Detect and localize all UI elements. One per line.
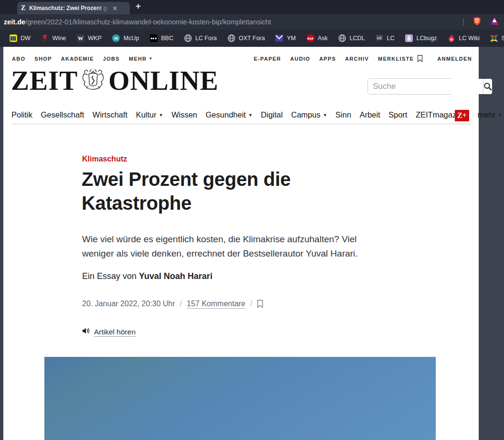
bookmark-label: Ask <box>318 35 328 42</box>
nav-item-wirtschaft[interactable]: Wirtschaft <box>93 110 127 119</box>
bookmark-item-oxt-fora[interactable]: OXT Fora <box>222 34 270 43</box>
chevron-down-icon: ▼ <box>248 113 252 118</box>
bookmark-label: Wine <box>52 35 66 42</box>
utility-nav-mehr[interactable]: MEHR▼ <box>129 56 153 62</box>
bookmark-item-lc-wiki[interactable]: LC Wiki <box>442 34 485 43</box>
chevron-down-icon: ▼ <box>159 113 163 118</box>
bookmark-label: LC Wiki <box>459 35 480 42</box>
bookmark-label: McUp <box>124 35 139 42</box>
chevron-down-icon: ▼ <box>323 113 327 118</box>
svg-text:LC: LC <box>377 36 381 40</box>
brave-shield-icon[interactable] <box>472 17 482 28</box>
logo-online-text: ONLINE <box>108 67 219 94</box>
bookmark-favicon-icon: LC <box>376 34 384 43</box>
bookmark-favicon-icon <box>405 34 413 43</box>
utility-nav-apps[interactable]: APPS <box>319 56 336 62</box>
chevron-down-icon: ▼ <box>149 56 153 61</box>
zplus-badge[interactable]: Z+ <box>455 110 469 121</box>
save-bookmark-icon[interactable] <box>257 300 263 308</box>
bookmark-item-dw[interactable]: DW <box>4 34 36 43</box>
new-tab-button[interactable]: + <box>136 1 141 11</box>
nav-divider <box>12 124 471 124</box>
bookmark-favicon-icon <box>41 34 49 43</box>
bookmark-item-bbc[interactable]: BBC <box>144 34 178 43</box>
bookmark-label: OXT Fora <box>239 35 265 42</box>
audio-player-row: Artikel hören <box>82 327 136 336</box>
bookmark-favicon-icon <box>338 34 346 43</box>
nav-item-politik[interactable]: Politik <box>11 110 32 119</box>
article-headline: Zwei Prozent gegen die Katastrophe <box>82 167 318 215</box>
url-domain: zeit.de <box>4 18 25 26</box>
utility-nav-archiv[interactable]: ARCHIV <box>345 56 369 62</box>
search-icon <box>483 82 492 91</box>
utility-nav-akademie[interactable]: AKADEMIE <box>61 56 94 62</box>
nav-item-mehr[interactable]: mehr▼ <box>477 110 502 119</box>
bookmark-favicon-icon <box>275 34 284 43</box>
article-byline: Ein Essay von Yuval Noah Harari <box>82 271 212 281</box>
search-button[interactable] <box>483 79 492 94</box>
nav-item-sinn[interactable]: Sinn <box>336 110 351 119</box>
article-kicker[interactable]: Klimaschutz <box>82 155 127 163</box>
bookmark-favicon-icon <box>448 34 456 43</box>
article-subtitle: Wie viel würde es eigentlich kosten, die… <box>82 232 371 261</box>
search-input[interactable] <box>368 79 483 94</box>
nav-item-digital[interactable]: Digital <box>261 110 283 119</box>
nav-item-wissen[interactable]: Wissen <box>171 110 197 119</box>
url-text[interactable]: zeit.de/green/2022-01/klimaschutz-klimaw… <box>4 18 271 26</box>
zeit-favicon-icon: Z <box>21 4 25 12</box>
bookmark-favicon-icon <box>227 34 235 43</box>
bookmark-item-wkp[interactable]: W WKP <box>71 34 106 43</box>
utility-nav: ABOSHOPAKADEMIEJOBSMEHR▼ E-PAPERAUDIOAPP… <box>12 55 472 62</box>
utility-nav-shop[interactable]: SHOP <box>34 56 52 62</box>
utility-nav-abo[interactable]: ABO <box>12 56 25 62</box>
url-path: /green/2022-01/klimaschutz-klimawandel-o… <box>25 18 271 26</box>
utility-nav-e-paper[interactable]: E-PAPER <box>254 56 281 62</box>
bookmark-item-lcdl[interactable]: LCDL <box>333 34 370 43</box>
article-meta: 20. Januar 2022, 20:30 Uhr / 157 Komment… <box>82 300 263 308</box>
main-nav: PolitikGesellschaftWirtschaftKultur▼Wiss… <box>11 110 454 119</box>
nav-item-campus[interactable]: Campus▼ <box>291 110 327 119</box>
speaker-icon <box>82 327 90 336</box>
tab-title: Klimaschutz: Zwei Prozent gege <box>29 5 109 11</box>
tab-close-icon[interactable]: ✕ <box>112 5 117 12</box>
nav-item-gesellschaft[interactable]: Gesellschaft <box>41 110 84 119</box>
publish-date: 20. Januar 2022, 20:30 Uhr <box>82 300 175 308</box>
zeit-crest-icon <box>79 68 107 93</box>
zeit-online-logo[interactable]: ZEIT ONLINE <box>11 67 219 94</box>
utility-nav-left: ABOSHOPAKADEMIEJOBSMEHR▼ <box>12 56 162 62</box>
address-bar-divider: | <box>462 18 464 26</box>
utility-nav-audio[interactable]: AUDIO <box>290 56 310 62</box>
bookmark-item-ask[interactable]: Ask Ask <box>301 34 333 43</box>
bookmark-item-lcbugz[interactable]: LCbugz <box>400 34 442 43</box>
bookmark-favicon-icon <box>490 34 498 43</box>
utility-nav-merkliste[interactable]: MERKLISTE <box>378 55 423 62</box>
bookmark-item-lc[interactable]: LC LC <box>370 34 400 43</box>
bookmark-favicon-icon: Ask <box>306 34 315 43</box>
nav-item-gesundheit[interactable]: Gesundheit▼ <box>206 110 252 119</box>
nav-item-arbeit[interactable]: Arbeit <box>359 110 380 119</box>
nav-item-sport[interactable]: Sport <box>388 110 407 119</box>
bookmark-item-wine[interactable]: Wine <box>36 34 71 43</box>
byline-author-link[interactable]: Yuval Noah Harari <box>139 271 212 281</box>
browser-tab[interactable]: Z Klimaschutz: Zwei Prozent gege ✕ <box>17 2 130 14</box>
address-bar[interactable]: zeit.de/green/2022-01/klimaschutz-klimaw… <box>0 14 504 30</box>
bookmark-item-lc-fora[interactable]: LC Fora <box>178 34 222 43</box>
brave-rewards-triangle-icon[interactable] <box>490 17 499 27</box>
chevron-down-icon: ▼ <box>498 113 502 118</box>
comments-link[interactable]: 157 Kommentare <box>187 300 245 308</box>
utility-nav-anmelden[interactable]: ANMELDEN <box>437 56 472 62</box>
bookmark-favicon-icon <box>9 34 17 43</box>
bookmark-item-stem[interactable]: STEM <box>485 34 504 43</box>
bookmark-label: STEM <box>502 35 504 42</box>
logo-zeit-text: ZEIT <box>11 67 78 94</box>
bookmark-item-mcup[interactable]: m McUp <box>107 34 145 43</box>
listen-article-link[interactable]: Artikel hören <box>94 328 136 336</box>
bookmark-label: LC Fora <box>195 35 217 42</box>
browser-tab-bar: Z Klimaschutz: Zwei Prozent gege ✕ + <box>0 0 504 14</box>
bookmark-label: LCbugz <box>417 35 437 42</box>
utility-nav-jobs[interactable]: JOBS <box>103 56 120 62</box>
merkliste-ribbon-icon <box>417 55 423 62</box>
nav-item-kultur[interactable]: Kultur▼ <box>136 110 163 119</box>
bookmark-label: LC <box>387 35 395 42</box>
bookmark-item-ym[interactable]: YM <box>270 34 301 43</box>
